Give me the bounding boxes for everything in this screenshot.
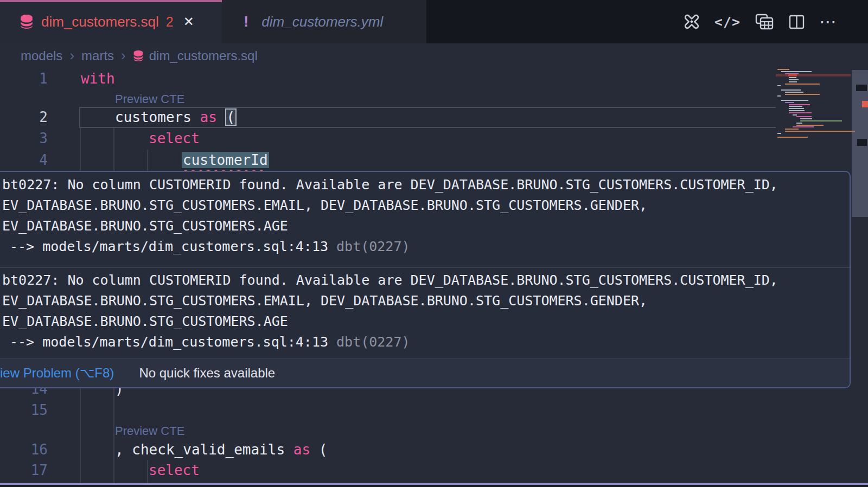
error-message-line: bt0227: No column CUSTOMERID found. Avai… [2,175,778,195]
tab-problem-count: 2 [166,14,174,30]
tab-title: dim_customers.yml [261,14,383,30]
codelens-preview-cte[interactable]: Preview CTE [115,90,184,108]
dbt-icon[interactable] [683,13,700,30]
warning-icon: ! [244,13,248,30]
tab-bar: dim_customers.sql 2 ✕ ! dim_customers.ym… [0,0,868,43]
breadcrumb-file[interactable]: dim_customers.sql [149,48,258,63]
split-editor-icon[interactable] [788,14,805,30]
database-icon [20,14,34,29]
code-token [217,109,226,125]
line-number: 1 [0,68,48,89]
breadcrumb: models › marts › dim_customers.sql [0,43,868,68]
code-line: 3 select [0,128,776,149]
error-message-line: EV_DATABASE.BRUNO.STG_CUSTOMERS.EMAIL, D… [2,195,647,216]
code-token: as [200,109,217,125]
scrollbar [852,68,868,483]
chevron-right-icon: › [121,47,126,64]
codelens-preview-cte[interactable]: Preview CTE [115,422,184,440]
tooltip-status-bar: iew Problem (⌥F8) No quick fixes availab… [0,359,850,387]
error-message-line: EV_DATABASE.BRUNO.STG_CUSTOMERS.AGE [2,311,288,332]
tab-title: dim_customers.sql [41,14,159,30]
tooltip-divider [0,267,850,268]
code-line: 17 select [0,460,776,481]
panel-edge [0,485,868,487]
breadcrumb-models[interactable]: models [21,48,62,63]
error-squiggle [182,166,267,171]
tab-dim-customers-sql[interactable]: dim_customers.sql 2 ✕ [0,0,222,43]
code-line: 1 with [0,68,776,89]
error-location-line: --> models/marts/dim_customers.sql:4:13 … [10,236,410,257]
error-location-line: --> models/marts/dim_customers.sql:4:13 … [10,332,410,353]
code-line: 2 customers as ( [0,107,776,128]
code-token: select [149,130,200,146]
close-icon[interactable]: ✕ [183,14,194,29]
scrollbar-error-mark [862,101,868,107]
error-message-line: EV_DATABASE.BRUNO.STG_CUSTOMERS.AGE [2,216,288,236]
code-line: 16 , check_valid_emails as ( [0,439,776,460]
breadcrumb-marts[interactable]: marts [81,48,114,63]
line-number: 2 [0,107,48,128]
code-token: customers [115,109,200,125]
selected-word: customerId [182,152,269,168]
view-problem-link[interactable]: iew Problem (⌥F8) [0,366,114,381]
code-token: as [293,441,310,458]
scrollbar-thumb[interactable] [852,70,868,217]
tab-dim-customers-yml[interactable]: ! dim_customers.yml [222,0,426,43]
line-number: 4 [0,150,48,171]
scrollbar-decoration [857,139,867,146]
error-source: dbt(0227) [328,334,410,350]
code-token: with [81,71,115,87]
error-hover-tooltip: bt0227: No column CUSTOMERID found. Avai… [0,171,851,388]
minimap-error-line [776,74,851,76]
scrollbar-decoration [856,85,867,91]
code-line: 15 [0,400,776,421]
error-message-line: bt0227: No column CUSTOMERID found. Avai… [2,270,778,291]
code-token: select [149,462,200,478]
editor-actions: </> ⋯ [683,0,837,43]
line-number: 17 [0,460,48,481]
error-message-line: EV_DATABASE.BRUNO.STG_CUSTOMERS.EMAIL, D… [2,291,647,311]
no-quick-fixes-text: No quick fixes available [139,366,275,381]
line-number: 15 [0,400,48,421]
code-token: ( [310,441,327,458]
line-number: 3 [0,128,48,149]
error-source: dbt(0227) [328,239,410,254]
vscode-editor-window: dim_customers.sql 2 ✕ ! dim_customers.ym… [0,0,868,487]
code-preview-icon[interactable]: </> [714,14,741,30]
line-number: 16 [0,439,48,460]
database-icon [133,50,144,62]
query-results-icon[interactable] [755,13,774,31]
chevron-right-icon: › [69,47,74,64]
text-cursor: ( [226,109,237,125]
more-actions-icon[interactable]: ⋯ [819,14,837,30]
code-line: 4 customerId [0,150,776,171]
code-token: , check_valid_emails [115,441,293,458]
